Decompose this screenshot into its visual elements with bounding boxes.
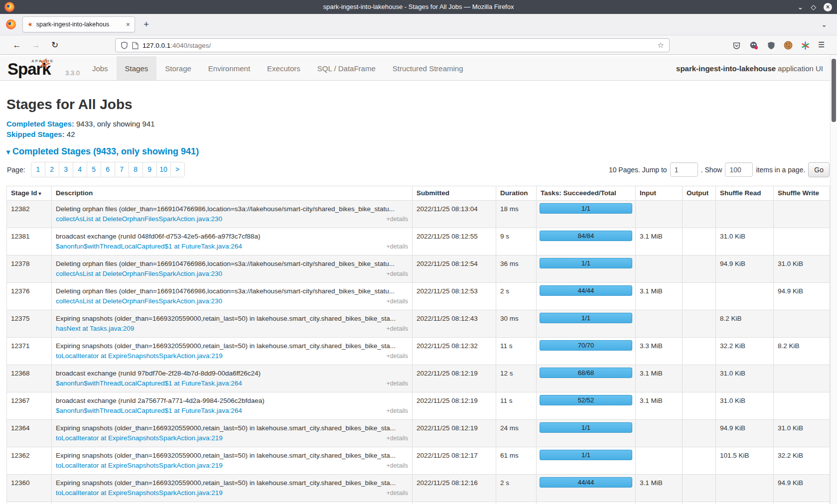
jump-to-page-input[interactable]: [670, 162, 698, 177]
tasks-cell: 44/44: [537, 475, 636, 502]
address-bar[interactable]: 127.0.0.1:4040/stages/ ☆: [115, 38, 670, 52]
details-toggle[interactable]: +details: [387, 433, 408, 443]
column-header[interactable]: Shuffle Read: [716, 186, 774, 201]
page-number-button[interactable]: 3: [59, 162, 73, 177]
shuffle-write-cell: [774, 310, 830, 338]
reload-button[interactable]: ↻: [49, 40, 60, 51]
page-number-button[interactable]: 10: [156, 162, 171, 177]
submitted-cell: 2022/11/25 08:12:19: [413, 365, 496, 392]
output-cell: [683, 283, 716, 310]
shuffle-read-cell: [716, 502, 774, 504]
description-cell: Expiring snapshots (older_than=166932055…: [52, 475, 413, 502]
go-button[interactable]: Go: [808, 162, 830, 177]
duration-cell: 36 ms: [496, 255, 537, 283]
window-minimize-button[interactable]: ⌄: [797, 3, 803, 10]
page-number-button[interactable]: 9: [142, 162, 157, 177]
spark-nav-item-structured-streaming[interactable]: Structured Streaming: [384, 56, 472, 80]
output-cell: [683, 365, 716, 392]
details-toggle[interactable]: +details: [387, 324, 408, 334]
spark-nav-item-environment[interactable]: Environment: [200, 56, 259, 80]
scrollbar-thumb[interactable]: [832, 59, 836, 122]
tasks-cell: 52/52: [537, 392, 636, 420]
input-cell: 3.3 MiB: [636, 502, 683, 504]
duration-cell: 30 ms: [496, 310, 537, 338]
tasks-progress-bar: 52/52: [540, 395, 632, 405]
page-number-button[interactable]: >: [170, 162, 185, 177]
page-number-button[interactable]: 2: [45, 162, 59, 177]
stage-detail-link[interactable]: hasNext at Tasks.java:209: [56, 324, 134, 334]
items-per-page-input[interactable]: [725, 162, 753, 177]
column-header[interactable]: Output: [683, 186, 716, 201]
stage-detail-link[interactable]: collectAsList at DeleteOrphanFilesSparkA…: [56, 214, 222, 224]
firefox-icon: [6, 19, 16, 29]
spark-nav-item-storage[interactable]: Storage: [156, 56, 200, 80]
input-cell: 3.1 MiB: [636, 365, 683, 392]
bookmark-star-icon[interactable]: ☆: [658, 41, 664, 50]
page-info-icon[interactable]: [132, 42, 139, 49]
stage-detail-link[interactable]: toLocalIterator at ExpireSnapshotsSparkA…: [56, 351, 223, 361]
spark-nav-item-jobs[interactable]: Jobs: [84, 56, 117, 80]
details-toggle[interactable]: +details: [387, 269, 408, 279]
page-number-button[interactable]: 4: [73, 162, 87, 177]
stage-detail-link[interactable]: collectAsList at DeleteOrphanFilesSparkA…: [56, 269, 222, 279]
stage-detail-link[interactable]: $anonfun$withThreadLocalCaptured$1 at Fu…: [56, 406, 242, 416]
details-toggle[interactable]: +details: [387, 406, 408, 416]
spark-nav-item-executors[interactable]: Executors: [259, 56, 309, 80]
page-number-button[interactable]: 6: [101, 162, 115, 177]
cookie-extension-icon[interactable]: [783, 40, 793, 50]
stage-detail-link[interactable]: toLocalIterator at ExpireSnapshotsSparkA…: [56, 433, 223, 443]
tab-close-icon[interactable]: ×: [126, 21, 130, 28]
details-toggle[interactable]: +details: [387, 242, 408, 252]
page-number-button[interactable]: 7: [115, 162, 129, 177]
details-toggle[interactable]: +details: [387, 214, 408, 224]
page-number-button[interactable]: 8: [129, 162, 143, 177]
shuffle-write-cell: 101.5 KiB: [774, 502, 830, 504]
page-number-button[interactable]: 1: [31, 162, 45, 177]
mask-extension-icon[interactable]: [749, 40, 759, 50]
column-header[interactable]: Shuffle Write: [774, 186, 830, 201]
details-toggle[interactable]: +details: [387, 488, 408, 498]
tasks-progress-bar: 70/70: [540, 340, 632, 351]
stage-detail-link[interactable]: collectAsList at DeleteOrphanFilesSparkA…: [56, 296, 222, 306]
column-header[interactable]: Description: [52, 186, 413, 201]
menu-hamburger-icon[interactable]: ☰: [818, 40, 825, 49]
submitted-cell: 2022/11/25 08:12:16: [413, 502, 496, 504]
column-header[interactable]: Submitted: [413, 186, 496, 201]
pocket-icon[interactable]: [731, 40, 741, 50]
column-header[interactable]: Tasks: Succeeded/Total: [537, 186, 636, 201]
details-toggle[interactable]: +details: [387, 378, 408, 388]
submitted-cell: 2022/11/25 08:12:53: [413, 283, 496, 310]
details-toggle[interactable]: +details: [387, 461, 408, 471]
list-tabs-chevron-icon[interactable]: ⌄: [821, 20, 827, 28]
colorful-asterisk-extension-icon[interactable]: [800, 40, 810, 50]
output-cell: [683, 255, 716, 283]
window-close-button[interactable]: ×: [824, 3, 832, 11]
details-toggle[interactable]: +details: [387, 351, 408, 361]
description-cell: Deleting orphan files (older_than=166910…: [52, 255, 413, 283]
items-label: items in a page.: [756, 166, 805, 174]
adblock-shield-icon[interactable]: [766, 40, 776, 50]
page-number-button[interactable]: 5: [87, 162, 101, 177]
spark-nav-item-sql-dataframe[interactable]: SQL / DataFrame: [309, 56, 384, 80]
new-tab-button[interactable]: +: [143, 18, 149, 30]
stage-detail-link[interactable]: toLocalIterator at ExpireSnapshotsSparkA…: [56, 488, 223, 498]
spark-logo[interactable]: APACHE Spark ☆: [7, 56, 63, 80]
tracking-shield-icon[interactable]: [121, 41, 128, 49]
completed-stages-section-header[interactable]: ▾Completed Stages (9433, only showing 94…: [6, 146, 830, 157]
completed-stages-link[interactable]: Completed Stages:: [6, 120, 74, 128]
stage-detail-link[interactable]: toLocalIterator at ExpireSnapshotsSparkA…: [56, 461, 223, 471]
window-maximize-button[interactable]: ◇: [811, 3, 816, 10]
spark-nav-item-stages[interactable]: Stages: [117, 56, 157, 80]
column-header[interactable]: Stage Id▾: [7, 186, 52, 201]
vertical-scrollbar[interactable]: [830, 55, 837, 504]
column-header[interactable]: Input: [636, 186, 683, 201]
back-button[interactable]: ←: [11, 40, 22, 51]
description-cell: Expiring snapshots (older_than=166932055…: [52, 338, 413, 365]
stage-detail-link[interactable]: $anonfun$withThreadLocalCaptured$1 at Fu…: [56, 242, 242, 252]
stage-id-cell: 12382: [7, 201, 52, 228]
column-header[interactable]: Duration: [496, 186, 537, 201]
stage-detail-link[interactable]: $anonfun$withThreadLocalCaptured$1 at Fu…: [56, 378, 242, 388]
browser-tab[interactable]: ★ spark-ingest-into-lakehous ×: [22, 16, 135, 32]
skipped-stages-link[interactable]: Skipped Stages:: [6, 130, 65, 138]
details-toggle[interactable]: +details: [387, 296, 408, 306]
